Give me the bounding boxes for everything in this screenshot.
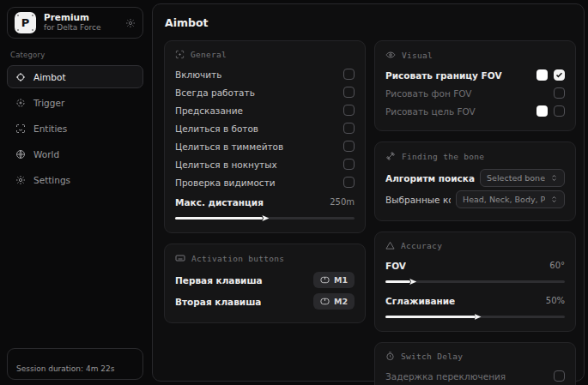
sidebar-item-settings[interactable]: Settings bbox=[7, 168, 143, 191]
brand-card[interactable]: P Premium for Delta Force bbox=[7, 7, 143, 39]
checkbox[interactable] bbox=[343, 141, 355, 152]
toggle-row: Проверка видимости bbox=[175, 173, 355, 191]
selected-bones-select[interactable]: Head, Neck, Body, Pe... bbox=[456, 190, 565, 208]
checkbox[interactable] bbox=[554, 69, 565, 81]
globe-icon bbox=[15, 149, 26, 159]
sidebar-item-label: World bbox=[33, 149, 59, 159]
keybind-value: M2 bbox=[334, 297, 348, 306]
switch-delay-header: Switch Delay bbox=[385, 352, 565, 361]
bone-header: Finding the bone bbox=[385, 151, 565, 161]
toggle-row: Целиться в нокнутых bbox=[175, 155, 355, 173]
keybind-label: Вторая клавиша bbox=[175, 297, 261, 307]
toggle-label: Предсказание bbox=[175, 105, 243, 116]
toggle-label: Целиться в нокнутых bbox=[175, 159, 277, 170]
bone-algorithm-select[interactable]: Selected bone bbox=[480, 169, 565, 187]
checkbox[interactable] bbox=[343, 123, 355, 134]
visual-controls bbox=[536, 105, 565, 117]
keybind-button[interactable]: M2 bbox=[313, 293, 355, 310]
toggle-row: Включить bbox=[175, 65, 355, 83]
visual-controls bbox=[554, 87, 565, 99]
fov-label: FOV bbox=[385, 261, 406, 271]
sidebar-item-aimbot[interactable]: Aimbot bbox=[7, 65, 143, 88]
visual-header: Visual bbox=[385, 50, 565, 60]
sidebar-item-label: Trigger bbox=[33, 98, 64, 108]
settings-gear-icon bbox=[15, 175, 26, 185]
content-columns: General Включить Всегда работать Предска… bbox=[164, 40, 576, 385]
sidebar-nav: Aimbot Trigger Entities World bbox=[7, 65, 143, 194]
switch-delay-card: Switch Delay Задержка переключения Задер… bbox=[374, 342, 576, 385]
bone-label: Алгоритм поиска кост bbox=[385, 173, 475, 183]
bone-row: Выбранные кос Head, Neck, Body, Pe... bbox=[385, 189, 565, 210]
visual-label: Рисовать фон FOV bbox=[385, 88, 472, 99]
max-distance-value: 250m bbox=[330, 197, 355, 207]
app-window: P Premium for Delta Force Category Aimbo… bbox=[0, 0, 588, 385]
chevrons-up-down-icon bbox=[550, 174, 558, 182]
sidebar-item-trigger[interactable]: Trigger bbox=[7, 91, 143, 114]
checkbox[interactable] bbox=[343, 159, 355, 170]
gear-icon[interactable] bbox=[125, 18, 136, 28]
max-distance-label: Макс. дистанция bbox=[175, 197, 264, 208]
checkbox[interactable] bbox=[554, 370, 565, 382]
timer-icon bbox=[385, 352, 395, 361]
right-column: Visual Рисовать границу FOV Рисовать фон… bbox=[374, 40, 576, 385]
smoothing-row: Сглаживание 50% bbox=[385, 292, 565, 310]
select-value: Head, Neck, Body, Pe... bbox=[463, 195, 545, 204]
color-swatch[interactable] bbox=[536, 105, 548, 117]
visual-controls bbox=[536, 69, 565, 81]
toggle-label: Проверка видимости bbox=[175, 177, 276, 188]
sidebar-item-entities[interactable]: Entities bbox=[7, 117, 143, 140]
slider-fill[interactable] bbox=[175, 217, 263, 220]
max-distance-slider[interactable] bbox=[175, 214, 355, 222]
accuracy-header: Accuracy bbox=[385, 241, 565, 250]
smoothing-label: Сглаживание bbox=[385, 296, 455, 306]
general-card: General Включить Всегда работать Предска… bbox=[164, 40, 366, 233]
visual-label: Рисовать цель FOV bbox=[385, 106, 476, 117]
sidebar-item-label: Entities bbox=[33, 123, 67, 134]
brand-logo-letter: P bbox=[21, 16, 30, 29]
slider-fill[interactable] bbox=[385, 280, 410, 283]
sidebar-item-label: Aimbot bbox=[33, 72, 66, 82]
bone-header-label: Finding the bone bbox=[402, 152, 484, 161]
checkbox[interactable] bbox=[554, 105, 565, 117]
category-label: Category bbox=[10, 51, 143, 59]
smoothing-slider[interactable] bbox=[385, 313, 565, 321]
toggle-row: Целиться в ботов bbox=[175, 119, 355, 137]
color-swatch[interactable] bbox=[536, 69, 548, 81]
bone-row: Алгоритм поиска кост Selected bone bbox=[385, 167, 565, 189]
eye-icon bbox=[385, 50, 396, 60]
crosshair-icon bbox=[15, 72, 26, 82]
brand-title: Premium bbox=[44, 12, 118, 23]
fov-slider[interactable] bbox=[385, 278, 565, 286]
triangle-icon bbox=[385, 241, 395, 250]
keybind-button[interactable]: M1 bbox=[313, 272, 355, 288]
switch-delay-header-label: Switch Delay bbox=[401, 352, 463, 361]
bone-icon bbox=[385, 151, 396, 161]
keybind-row: Вторая клавиша M2 bbox=[175, 291, 355, 312]
bone-card: Finding the bone Алгоритм поиска кост Se… bbox=[374, 141, 576, 221]
checkbox[interactable] bbox=[343, 105, 355, 116]
sidebar-item-label: Settings bbox=[33, 175, 70, 185]
toggle-row: Целиться в тиммейтов bbox=[175, 137, 355, 155]
brand-subtitle: for Delta Force bbox=[44, 23, 118, 33]
accuracy-card: Accuracy FOV 60° Сглаживание 50% bbox=[374, 232, 576, 332]
sidebar-item-world[interactable]: World bbox=[7, 142, 143, 165]
scan-icon bbox=[175, 50, 185, 59]
visual-card: Visual Рисовать границу FOV Рисовать фон… bbox=[374, 40, 576, 131]
switch-delay-toggle-row: Задержка переключения bbox=[385, 367, 565, 385]
brand-logo: P bbox=[15, 12, 36, 33]
slider-fill[interactable] bbox=[385, 316, 476, 318]
fov-row: FOV 60° bbox=[385, 256, 565, 274]
activation-header: Activation buttons bbox=[175, 253, 355, 263]
activation-header-label: Activation buttons bbox=[191, 254, 284, 263]
select-value: Selected bone bbox=[487, 173, 545, 183]
visual-label: Рисовать границу FOV bbox=[385, 70, 502, 81]
session-duration-box: Session duration: 4m 22s bbox=[7, 348, 143, 380]
chevrons-up-down-icon bbox=[550, 196, 558, 203]
keybind-label: Первая клавиша bbox=[175, 275, 263, 286]
mouse-icon bbox=[320, 276, 330, 284]
checkbox[interactable] bbox=[554, 87, 565, 99]
checkbox[interactable] bbox=[343, 69, 355, 80]
trigger-icon bbox=[15, 98, 26, 108]
checkbox[interactable] bbox=[343, 87, 355, 98]
checkbox[interactable] bbox=[343, 177, 355, 188]
